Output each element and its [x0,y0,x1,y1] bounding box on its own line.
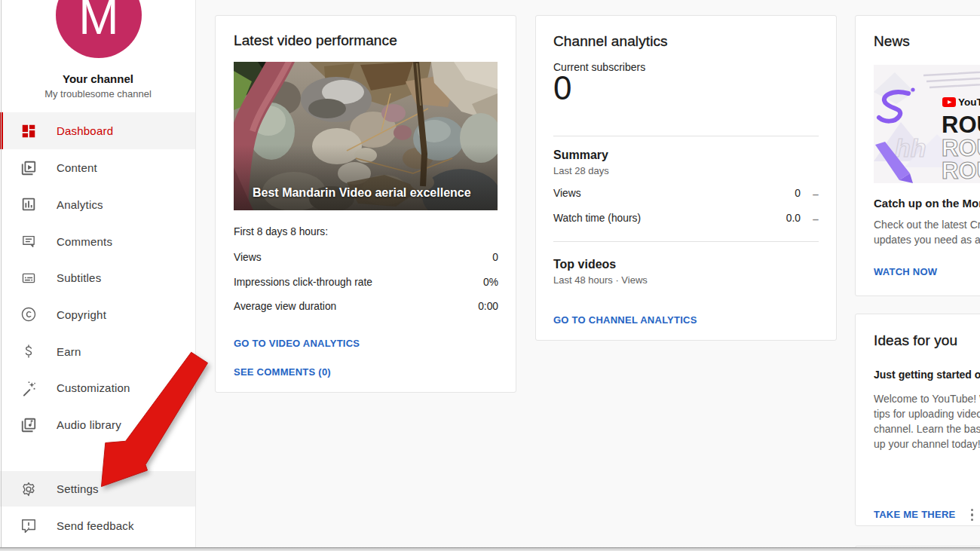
svg-text:ROUNDUP: ROUNDUP [942,158,980,183]
svg-text:ROUNDUP: ROUNDUP [942,112,980,138]
svg-text:hh: hh [895,133,926,162]
svg-text:YouTube: YouTube [958,96,980,108]
